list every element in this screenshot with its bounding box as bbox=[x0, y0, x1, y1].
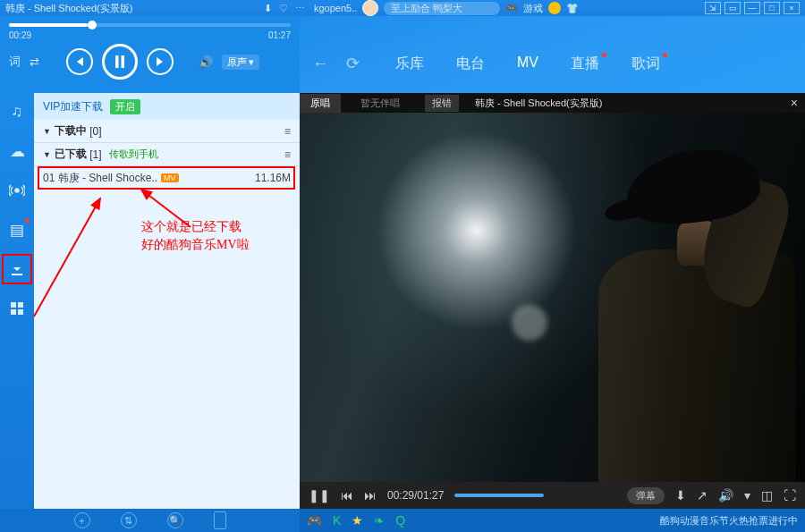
sound-mode-button[interactable]: 原声 ▾ bbox=[222, 55, 259, 70]
heart-icon[interactable]: ♡ bbox=[279, 3, 288, 14]
prev-button[interactable] bbox=[66, 48, 93, 75]
downloads-tab-icon[interactable] bbox=[7, 259, 27, 279]
avatar[interactable] bbox=[362, 0, 378, 16]
quality-icon[interactable]: ◫ bbox=[761, 488, 773, 502]
coin-icon[interactable] bbox=[548, 2, 561, 14]
menu-icon[interactable]: ≡ bbox=[284, 125, 291, 138]
cloud-icon[interactable]: ☁ bbox=[7, 141, 27, 161]
video-prev-icon[interactable]: ⏮ bbox=[341, 488, 353, 502]
left-sidebar: ♫ ☁ ▤ bbox=[0, 93, 34, 509]
mini-mode-button[interactable]: ⇲ bbox=[705, 2, 721, 14]
app-star-icon[interactable]: ★ bbox=[352, 513, 363, 528]
caret-down-icon[interactable]: ▾ bbox=[744, 488, 750, 502]
tab-mv[interactable]: MV bbox=[517, 55, 538, 73]
tab-radio[interactable]: 电台 bbox=[456, 55, 485, 73]
video-controls: ❚❚ ⏮ ⏭ 00:29/01:27 弹幕 ⬇ ↗ 🔊 ▾ ◫ ⛶ bbox=[300, 482, 805, 509]
video-close-icon[interactable]: × bbox=[784, 96, 805, 110]
add-button[interactable]: ＋ bbox=[74, 512, 90, 528]
fullscreen-icon[interactable]: ⛶ bbox=[784, 488, 796, 502]
svg-rect-4 bbox=[18, 302, 23, 308]
video-volume-icon[interactable]: 🔊 bbox=[718, 488, 733, 502]
nav-back-icon[interactable]: ← bbox=[312, 55, 328, 73]
svg-point-2 bbox=[15, 189, 19, 192]
search-input[interactable]: 至上励合 鸭梨大 bbox=[384, 2, 500, 15]
vip-accel-label: VIP加速下载 bbox=[43, 99, 103, 114]
total-time: 01:27 bbox=[268, 30, 291, 40]
music-icon[interactable]: ♫ bbox=[7, 102, 27, 122]
video-next-icon[interactable]: ⏭ bbox=[364, 488, 377, 502]
transfer-to-phone-link[interactable]: 传歌到手机 bbox=[109, 148, 158, 161]
app-leaf-icon[interactable]: ❧ bbox=[374, 513, 385, 528]
progress-bar[interactable] bbox=[9, 23, 291, 27]
download-small-icon[interactable]: ⬇ bbox=[264, 3, 272, 14]
title-bar: 韩庚 - Shell Shocked(实景版) ⬇ ♡ ⋯ kgopen5.. … bbox=[0, 0, 805, 16]
video-time: 00:29/01:27 bbox=[387, 489, 444, 502]
nav-refresh-icon[interactable]: ⟳ bbox=[346, 54, 360, 73]
sort-button[interactable]: ⇅ bbox=[121, 512, 137, 528]
svg-rect-3 bbox=[11, 302, 16, 308]
close-button[interactable]: × bbox=[784, 2, 800, 14]
pause-button[interactable] bbox=[102, 44, 138, 80]
game-label[interactable]: 游戏 bbox=[523, 2, 543, 15]
section-downloading[interactable]: ▼ 下载中 [0] ≡ bbox=[34, 120, 300, 143]
gamepad2-icon[interactable]: 🎮 bbox=[307, 513, 322, 528]
playlist-icon[interactable]: ▤ bbox=[7, 220, 27, 240]
download-panel: VIP加速下载 开启 ▼ 下载中 [0] ≡ ▼ 已下载 [1] 传歌到手机 ≡… bbox=[34, 93, 300, 509]
next-button[interactable] bbox=[147, 48, 174, 75]
tab-library[interactable]: 乐库 bbox=[395, 55, 424, 73]
vip-on-badge[interactable]: 开启 bbox=[110, 99, 140, 114]
svg-rect-5 bbox=[11, 309, 16, 315]
ticker-text[interactable]: 酷狗动漫音乐节火热抢票进行中 bbox=[660, 514, 798, 528]
svg-rect-1 bbox=[122, 55, 125, 68]
report-button[interactable]: 报错 bbox=[425, 95, 459, 112]
kgopen-label[interactable]: kgopen5.. bbox=[314, 3, 357, 13]
phone-button[interactable] bbox=[214, 511, 226, 529]
broadcast-icon[interactable] bbox=[7, 181, 27, 200]
shirt-icon[interactable]: 👕 bbox=[566, 3, 579, 14]
app-q-icon[interactable]: Q bbox=[395, 513, 405, 528]
video-tab-karaoke[interactable]: 暂无伴唱 bbox=[350, 94, 411, 113]
section-downloaded[interactable]: ▼ 已下载 [1] 传歌到手机 ≡ bbox=[34, 143, 300, 166]
player-header: 00:29 01:27 词 ⇄ 🔊 原声 ▾ bbox=[0, 16, 805, 93]
apps-icon[interactable] bbox=[7, 299, 27, 318]
app-k-icon[interactable]: K bbox=[333, 513, 341, 528]
main-tabs: 乐库 电台 MV 直播 歌词 bbox=[395, 55, 660, 73]
top-right-strip bbox=[300, 16, 805, 34]
tab-live[interactable]: 直播 bbox=[571, 55, 599, 73]
bottom-bar: ＋ ⇅ 🔍 🎮 K ★ ❧ Q 酷狗动漫音乐节火热抢票进行中 bbox=[0, 509, 805, 532]
volume-icon[interactable]: 🔊 bbox=[199, 55, 213, 69]
svg-line-7 bbox=[34, 198, 100, 317]
minimize-button[interactable]: — bbox=[744, 2, 760, 14]
now-playing-title: 韩庚 - Shell Shocked(实景版) bbox=[5, 2, 132, 15]
svg-rect-6 bbox=[18, 309, 23, 315]
more-icon[interactable]: ⋯ bbox=[295, 3, 305, 14]
tab-lyrics[interactable]: 歌词 bbox=[631, 55, 660, 73]
svg-rect-0 bbox=[115, 55, 119, 68]
annotation-text: 这个就是已经下载 好的酷狗音乐MV啦 bbox=[141, 218, 250, 253]
shuffle-icon[interactable]: ⇄ bbox=[30, 55, 39, 69]
video-download-icon[interactable]: ⬇ bbox=[675, 488, 686, 502]
video-pause-icon[interactable]: ❚❚ bbox=[309, 488, 330, 502]
current-time: 00:29 bbox=[9, 30, 31, 40]
menu-icon[interactable]: ≡ bbox=[284, 148, 291, 161]
compact-button[interactable]: ▭ bbox=[724, 2, 741, 14]
collapse-icon: ▼ bbox=[43, 150, 51, 159]
video-tab-original[interactable]: 原唱 bbox=[300, 94, 341, 113]
annotation-box bbox=[38, 166, 295, 190]
lyrics-icon[interactable]: 词 bbox=[9, 54, 21, 70]
video-area: 原唱 暂无伴唱 报错 韩庚 - Shell Shocked(实景版) × bbox=[300, 93, 805, 509]
video-progress[interactable] bbox=[454, 494, 544, 497]
maximize-button[interactable]: □ bbox=[764, 2, 780, 14]
video-frame[interactable] bbox=[300, 113, 805, 482]
search-button[interactable]: 🔍 bbox=[167, 512, 183, 528]
gamepad-icon[interactable]: 🎮 bbox=[505, 3, 518, 14]
video-share-icon[interactable]: ↗ bbox=[697, 488, 708, 502]
collapse-icon: ▼ bbox=[43, 127, 51, 136]
video-title: 韩庚 - Shell Shocked(实景版) bbox=[475, 97, 602, 110]
danmu-button[interactable]: 弹幕 bbox=[627, 487, 665, 504]
